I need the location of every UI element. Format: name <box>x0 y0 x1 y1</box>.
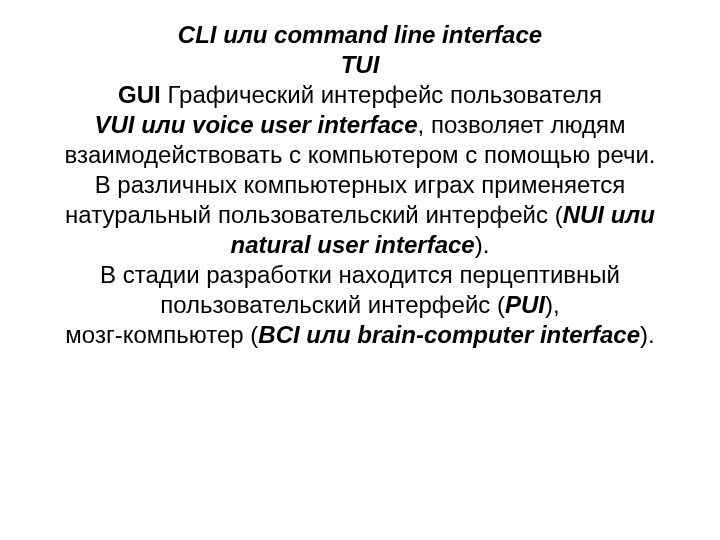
line-nui-post: ). <box>475 231 490 258</box>
line-pui-post: ), <box>545 291 560 318</box>
line-gui-bold: GUI <box>118 81 161 108</box>
line-bci-post: ). <box>640 321 655 348</box>
line-vui-em: VUI или voice user interface <box>95 111 418 138</box>
line-bci-pre: мозг-компьютер ( <box>65 321 258 348</box>
slide-content: CLI или command line interface TUI GUI Г… <box>0 0 720 540</box>
line-nui-pre: В различных компьютерных играх применяет… <box>65 171 625 228</box>
line-cli: CLI или command line interface <box>178 21 542 48</box>
line-bci-em: BCI или brain-computer interface <box>258 321 640 348</box>
line-pui-em: PUI <box>505 291 545 318</box>
line-tui: TUI <box>341 51 380 78</box>
line-gui-rest: Графический интерфейс пользователя <box>161 81 602 108</box>
